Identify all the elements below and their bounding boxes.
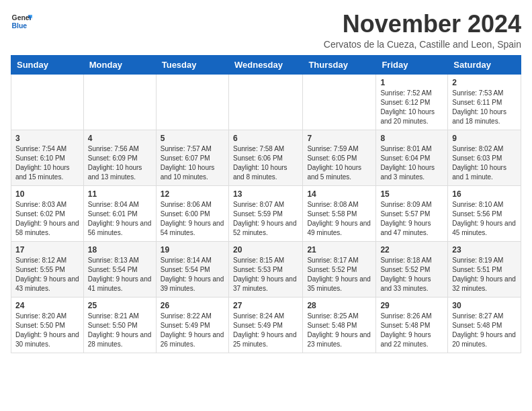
- calendar-cell: 23Sunrise: 8:19 AM Sunset: 5:51 PM Dayli…: [448, 241, 521, 297]
- day-number: 5: [161, 134, 224, 143]
- calendar-cell: [303, 74, 376, 130]
- calendar-cell: 14Sunrise: 8:08 AM Sunset: 5:58 PM Dayli…: [303, 185, 376, 241]
- day-info: Sunrise: 8:22 AM Sunset: 5:49 PM Dayligh…: [161, 312, 224, 349]
- day-info: Sunrise: 7:52 AM Sunset: 6:12 PM Dayligh…: [380, 89, 443, 126]
- day-number: 29: [380, 301, 443, 310]
- day-info: Sunrise: 8:09 AM Sunset: 5:57 PM Dayligh…: [380, 200, 443, 238]
- weekday-header: Sunday: [11, 55, 84, 74]
- day-number: 14: [307, 189, 371, 199]
- day-number: 21: [307, 245, 371, 255]
- calendar-cell: 16Sunrise: 8:10 AM Sunset: 5:56 PM Dayli…: [448, 185, 521, 241]
- day-number: 11: [88, 189, 152, 199]
- day-info: Sunrise: 7:53 AM Sunset: 6:11 PM Dayligh…: [452, 89, 517, 126]
- day-number: 18: [88, 245, 152, 255]
- calendar-week-row: 17Sunrise: 8:12 AM Sunset: 5:55 PM Dayli…: [11, 241, 521, 297]
- calendar-cell: 1Sunrise: 7:52 AM Sunset: 6:12 PM Daylig…: [376, 74, 448, 130]
- day-number: 25: [88, 301, 152, 310]
- day-info: Sunrise: 8:17 AM Sunset: 5:52 PM Dayligh…: [307, 256, 371, 293]
- calendar-week-row: 10Sunrise: 8:03 AM Sunset: 6:02 PM Dayli…: [11, 185, 521, 241]
- calendar-cell: 4Sunrise: 7:56 AM Sunset: 6:09 PM Daylig…: [83, 130, 156, 185]
- calendar-table: SundayMondayTuesdayWednesdayThursdayFrid…: [11, 55, 521, 353]
- day-info: Sunrise: 8:24 AM Sunset: 5:49 PM Dayligh…: [233, 312, 298, 349]
- calendar-week-row: 1Sunrise: 7:52 AM Sunset: 6:12 PM Daylig…: [11, 74, 521, 130]
- day-number: 23: [452, 245, 517, 255]
- day-info: Sunrise: 8:26 AM Sunset: 5:48 PM Dayligh…: [380, 312, 443, 349]
- calendar-cell: 9Sunrise: 8:02 AM Sunset: 6:03 PM Daylig…: [448, 130, 521, 185]
- calendar-cell: 15Sunrise: 8:09 AM Sunset: 5:57 PM Dayli…: [376, 185, 448, 241]
- calendar-cell: 3Sunrise: 7:54 AM Sunset: 6:10 PM Daylig…: [11, 130, 84, 185]
- day-info: Sunrise: 7:58 AM Sunset: 6:06 PM Dayligh…: [233, 144, 298, 182]
- weekday-header: Wednesday: [228, 55, 302, 74]
- weekday-header: Thursday: [303, 55, 376, 74]
- weekday-header-row: SundayMondayTuesdayWednesdayThursdayFrid…: [11, 55, 521, 74]
- day-info: Sunrise: 8:02 AM Sunset: 6:03 PM Dayligh…: [452, 144, 517, 182]
- calendar-cell: 2Sunrise: 7:53 AM Sunset: 6:11 PM Daylig…: [448, 74, 521, 130]
- day-info: Sunrise: 8:27 AM Sunset: 5:48 PM Dayligh…: [452, 312, 517, 349]
- calendar-cell: 8Sunrise: 8:01 AM Sunset: 6:04 PM Daylig…: [376, 130, 448, 185]
- weekday-header: Tuesday: [156, 55, 228, 74]
- day-info: Sunrise: 8:20 AM Sunset: 5:50 PM Dayligh…: [15, 312, 79, 349]
- day-info: Sunrise: 7:54 AM Sunset: 6:10 PM Dayligh…: [15, 144, 79, 182]
- day-number: 15: [380, 189, 443, 199]
- day-info: Sunrise: 7:57 AM Sunset: 6:07 PM Dayligh…: [161, 144, 224, 182]
- calendar-cell: 6Sunrise: 7:58 AM Sunset: 6:06 PM Daylig…: [228, 130, 302, 185]
- day-info: Sunrise: 8:21 AM Sunset: 5:50 PM Dayligh…: [88, 312, 152, 349]
- calendar-cell: 17Sunrise: 8:12 AM Sunset: 5:55 PM Dayli…: [11, 241, 84, 297]
- day-info: Sunrise: 8:06 AM Sunset: 6:00 PM Dayligh…: [161, 200, 224, 238]
- day-number: 6: [233, 134, 298, 143]
- svg-text:Blue: Blue: [12, 22, 28, 30]
- calendar-cell: [156, 74, 228, 130]
- day-info: Sunrise: 8:15 AM Sunset: 5:53 PM Dayligh…: [233, 256, 298, 293]
- calendar-cell: 27Sunrise: 8:24 AM Sunset: 5:49 PM Dayli…: [228, 297, 302, 353]
- calendar-cell: [11, 74, 84, 130]
- calendar-cell: 11Sunrise: 8:04 AM Sunset: 6:01 PM Dayli…: [83, 185, 156, 241]
- day-number: 8: [380, 134, 443, 143]
- day-info: Sunrise: 8:19 AM Sunset: 5:51 PM Dayligh…: [452, 256, 517, 293]
- page-header: General Blue November 2024 Cervatos de l…: [11, 11, 521, 50]
- calendar-week-row: 3Sunrise: 7:54 AM Sunset: 6:10 PM Daylig…: [11, 130, 521, 185]
- calendar-cell: [83, 74, 156, 130]
- logo: General Blue: [11, 11, 32, 32]
- calendar-cell: 20Sunrise: 8:15 AM Sunset: 5:53 PM Dayli…: [228, 241, 302, 297]
- day-number: 3: [15, 134, 79, 143]
- calendar-cell: 18Sunrise: 8:13 AM Sunset: 5:54 PM Dayli…: [83, 241, 156, 297]
- day-number: 16: [452, 189, 517, 199]
- day-info: Sunrise: 8:08 AM Sunset: 5:58 PM Dayligh…: [307, 200, 371, 238]
- calendar-cell: 7Sunrise: 7:59 AM Sunset: 6:05 PM Daylig…: [303, 130, 376, 185]
- day-info: Sunrise: 8:13 AM Sunset: 5:54 PM Dayligh…: [88, 256, 152, 293]
- day-number: 12: [161, 189, 224, 199]
- day-info: Sunrise: 7:59 AM Sunset: 6:05 PM Dayligh…: [307, 144, 371, 182]
- day-number: 27: [233, 301, 298, 310]
- month-title: November 2024: [324, 11, 521, 38]
- weekday-header: Monday: [83, 55, 156, 74]
- day-number: 24: [15, 301, 79, 310]
- day-info: Sunrise: 7:56 AM Sunset: 6:09 PM Dayligh…: [88, 144, 152, 182]
- title-block: November 2024 Cervatos de la Cueza, Cast…: [324, 11, 521, 50]
- calendar-cell: 29Sunrise: 8:26 AM Sunset: 5:48 PM Dayli…: [376, 297, 448, 353]
- calendar-cell: 21Sunrise: 8:17 AM Sunset: 5:52 PM Dayli…: [303, 241, 376, 297]
- location: Cervatos de la Cueza, Castille and Leon,…: [324, 39, 521, 50]
- day-info: Sunrise: 8:01 AM Sunset: 6:04 PM Dayligh…: [380, 144, 443, 182]
- calendar-cell: 30Sunrise: 8:27 AM Sunset: 5:48 PM Dayli…: [448, 297, 521, 353]
- day-info: Sunrise: 8:18 AM Sunset: 5:52 PM Dayligh…: [380, 256, 443, 293]
- day-info: Sunrise: 8:25 AM Sunset: 5:48 PM Dayligh…: [307, 312, 371, 349]
- day-number: 30: [452, 301, 517, 310]
- calendar-cell: 5Sunrise: 7:57 AM Sunset: 6:07 PM Daylig…: [156, 130, 228, 185]
- day-number: 9: [452, 134, 517, 143]
- calendar-cell: 24Sunrise: 8:20 AM Sunset: 5:50 PM Dayli…: [11, 297, 84, 353]
- day-info: Sunrise: 8:04 AM Sunset: 6:01 PM Dayligh…: [88, 200, 152, 238]
- day-number: 4: [88, 134, 152, 143]
- weekday-header: Saturday: [448, 55, 521, 74]
- day-number: 20: [233, 245, 298, 255]
- day-number: 19: [161, 245, 224, 255]
- day-number: 22: [380, 245, 443, 255]
- calendar-cell: 12Sunrise: 8:06 AM Sunset: 6:00 PM Dayli…: [156, 185, 228, 241]
- day-number: 10: [15, 189, 79, 199]
- day-number: 1: [380, 78, 443, 87]
- calendar-cell: 22Sunrise: 8:18 AM Sunset: 5:52 PM Dayli…: [376, 241, 448, 297]
- day-number: 13: [233, 189, 298, 199]
- day-number: 26: [161, 301, 224, 310]
- calendar-week-row: 24Sunrise: 8:20 AM Sunset: 5:50 PM Dayli…: [11, 297, 521, 353]
- day-number: 28: [307, 301, 371, 310]
- day-info: Sunrise: 8:14 AM Sunset: 5:54 PM Dayligh…: [161, 256, 224, 293]
